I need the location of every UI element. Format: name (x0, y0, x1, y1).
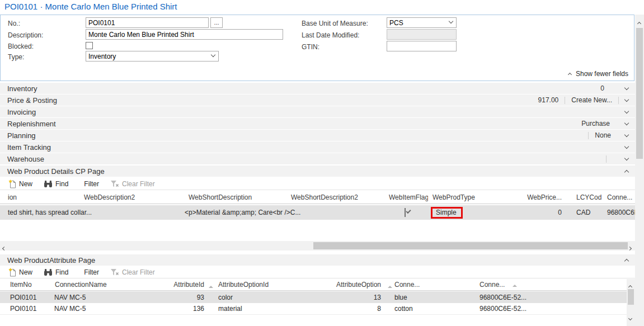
section-price-posting[interactable]: Price & Posting 917.00 Create New... (0, 95, 635, 106)
horizontal-scrollbar[interactable] (0, 241, 635, 251)
base-uom-select[interactable]: PCS (387, 17, 457, 28)
section-planning[interactable]: Planning None (0, 130, 635, 141)
clear-filter-button[interactable]: Clear Filter (106, 178, 159, 190)
cell-description: ted shirt, has spread collar... (0, 209, 78, 216)
last-date-modified-input (387, 29, 457, 40)
last-date-modified-label: Last Date Modified: (302, 31, 359, 39)
section-replenishment[interactable]: Replenishment Purchase (0, 118, 635, 130)
section-item-tracking[interactable]: Item Tracking (0, 141, 635, 153)
divider (565, 97, 565, 104)
grid2-vertical-scrollbar[interactable] (627, 279, 635, 326)
filter-button[interactable]: Filter (80, 267, 103, 278)
binoculars-icon (44, 268, 53, 276)
column-header-itemno[interactable]: ItemNo (0, 281, 50, 289)
attribute-row-color[interactable]: POI0101 NAV MC-5 93 color 13 blue 96800C… (0, 291, 627, 303)
web-product-attribute-grid-header: ItemNo ConnectionName AttributeId Attrib… (0, 279, 627, 291)
type-select[interactable]: Inventory (86, 51, 219, 62)
chevron-down-icon[interactable] (624, 97, 629, 101)
chevron-down-icon[interactable] (624, 144, 629, 148)
no-input[interactable] (86, 17, 209, 28)
cell-webshortdescription: <p>Material &amp;amp; Care<br />C... (185, 209, 288, 216)
annotation-highlight-box: Simple (431, 207, 463, 219)
section-value: None (595, 131, 611, 139)
webitemflag-checkbox[interactable] (405, 208, 406, 217)
scroll-down-arrow-icon[interactable] (629, 314, 632, 322)
section-web-product-attribute[interactable]: Web ProductAttribute Page (0, 254, 635, 266)
binoculars-icon (44, 180, 53, 188)
attribute-row-material[interactable]: POI0101 NAV MC-5 136 material 8 cotton 9… (0, 303, 627, 315)
find-button[interactable]: Find (40, 267, 72, 278)
section-web-product-details[interactable]: Web Product Details CP Page (0, 166, 635, 177)
chevron-down-icon (211, 53, 215, 57)
cell-webprodtype: Simple (428, 209, 515, 216)
chevron-down-icon[interactable] (624, 85, 629, 89)
column-header-conne[interactable]: Conne... (478, 281, 627, 289)
section-value: Purchase (581, 120, 610, 127)
chevron-down-icon (449, 19, 453, 23)
new-document-star-icon (8, 268, 16, 277)
chevron-up-icon[interactable] (624, 258, 629, 263)
column-header-connectionname[interactable]: ConnectionName (50, 281, 171, 289)
clear-filter-funnel-icon (110, 268, 119, 276)
assist-edit-button[interactable]: ... (210, 17, 223, 28)
scroll-left-arrow-icon[interactable] (3, 244, 6, 252)
chevron-down-icon[interactable] (624, 155, 629, 160)
column-header-conne[interactable]: Conne... (601, 193, 635, 201)
new-button[interactable]: New (4, 267, 36, 278)
main-scrollbar-thumb[interactable] (636, 28, 643, 159)
general-fasttab: No.: ... Description: Blocked: Type: Inv… (0, 15, 634, 81)
section-invoicing[interactable]: Invoicing (0, 106, 635, 118)
main-vertical-scrollbar[interactable] (635, 15, 644, 326)
chevron-down-icon[interactable] (624, 120, 629, 125)
column-header-attributeid[interactable]: AttributeId (171, 281, 204, 289)
clear-filter-button[interactable]: Clear Filter (106, 267, 159, 278)
sort-indicator (204, 280, 215, 290)
column-header-webprodtype[interactable]: WebProdType (428, 193, 515, 201)
column-header-webprice[interactable]: WebPrice... (515, 193, 566, 201)
section-value: 0 (600, 84, 604, 92)
show-fewer-fields-link[interactable]: Show fewer fields (568, 70, 628, 78)
create-new-link[interactable]: Create New... (571, 96, 612, 104)
column-header-lcycode[interactable]: LCYCode (566, 193, 601, 201)
column-header-attributeoption[interactable]: Conne... (394, 281, 478, 289)
column-header-webshortdescription[interactable]: WebShortDescription (185, 193, 288, 201)
find-button[interactable]: Find (40, 178, 72, 190)
base-uom-label: Base Unit of Measure: (302, 20, 368, 27)
web-product-attribute-toolbar: New Find Filter (0, 267, 635, 278)
filter-button[interactable]: Filter (80, 178, 103, 190)
chevron-up-icon[interactable] (624, 169, 629, 174)
page-title: POI0101 · Monte Carlo Men Blue Printed S… (4, 2, 177, 11)
section-value: 917.00 (538, 96, 559, 104)
grid2-scrollbar-thumb[interactable] (628, 289, 634, 305)
column-header-webitemflag[interactable]: WebItemFlag (389, 193, 428, 201)
horizontal-scrollbar-thumb[interactable] (313, 242, 628, 249)
triangle-up-icon (388, 286, 392, 288)
description-input[interactable] (86, 29, 283, 40)
column-header-ion[interactable]: ion (0, 193, 78, 201)
item-card-page: POI0101 · Monte Carlo Men Blue Printed S… (0, 0, 644, 326)
chevron-down-icon[interactable] (624, 132, 629, 136)
divider (618, 97, 619, 104)
scroll-up-arrow-icon[interactable] (638, 19, 641, 27)
divider (606, 155, 607, 163)
gtin-input[interactable] (387, 41, 457, 51)
section-warehouse[interactable]: Warehouse (0, 153, 635, 165)
web-product-details-row[interactable]: ted shirt, has spread collar... <p>Mater… (0, 205, 635, 220)
triangle-up-icon (209, 286, 213, 288)
new-document-star-icon (8, 179, 16, 188)
scroll-right-arrow-icon[interactable] (628, 244, 631, 252)
divider (588, 132, 589, 139)
column-header-attributename[interactable]: AttributeOptionId (215, 281, 336, 289)
blocked-checkbox[interactable] (86, 42, 93, 49)
section-inventory[interactable]: Inventory 0 (0, 83, 635, 95)
triangle-up-icon (513, 285, 517, 287)
column-header-webshortdescription2[interactable]: WebShortDescription2 (288, 193, 389, 201)
chevron-up-icon (568, 73, 572, 77)
column-header-attributeoptionid[interactable]: AttributeOption (336, 281, 383, 289)
column-header-webdescription2[interactable]: WebDescription2 (78, 193, 185, 201)
type-label: Type: (8, 53, 24, 61)
web-product-details-toolbar: New Find Filter (0, 178, 635, 190)
chevron-down-icon[interactable] (624, 108, 629, 113)
new-button[interactable]: New (4, 178, 36, 190)
sort-indicator (383, 280, 394, 290)
